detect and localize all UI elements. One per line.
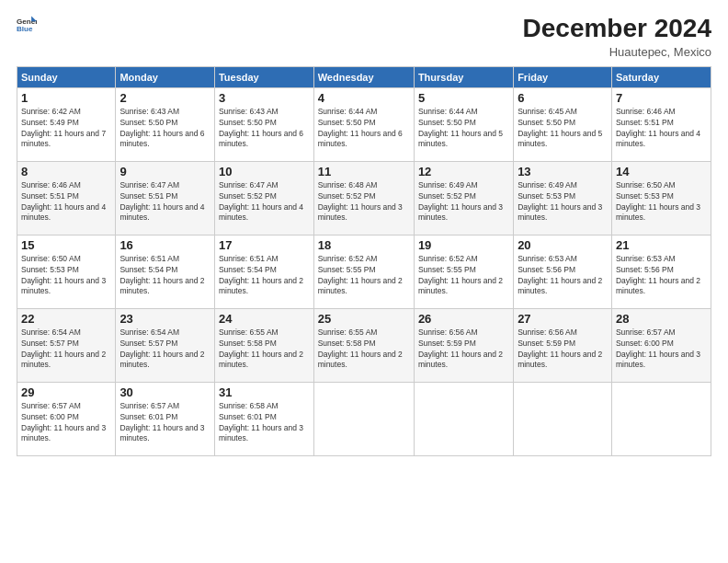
day-info: Sunrise: 6:55 AMSunset: 5:58 PMDaylight:… — [219, 327, 310, 372]
col-sunday: Sunday — [17, 66, 116, 87]
day-info: Sunrise: 6:57 AMSunset: 6:00 PMDaylight:… — [21, 401, 111, 445]
day-number: 15 — [21, 238, 111, 252]
day-info: Sunrise: 6:52 AMSunset: 5:55 PMDaylight:… — [418, 254, 509, 298]
day-info: Sunrise: 6:56 AMSunset: 5:59 PMDaylight:… — [418, 327, 509, 372]
day-info: Sunrise: 6:58 AMSunset: 6:01 PMDaylight:… — [219, 401, 310, 445]
day-number: 7 — [616, 91, 707, 105]
day-number: 30 — [119, 385, 210, 399]
calendar-cell: 13Sunrise: 6:49 AMSunset: 5:53 PMDayligh… — [514, 161, 612, 235]
day-number: 4 — [318, 91, 410, 105]
day-info: Sunrise: 6:47 AMSunset: 5:52 PMDaylight:… — [219, 180, 310, 224]
col-monday: Monday — [116, 66, 215, 87]
header-row: Sunday Monday Tuesday Wednesday Thursday… — [17, 66, 711, 87]
calendar-cell: 14Sunrise: 6:50 AMSunset: 5:53 PMDayligh… — [611, 161, 711, 235]
table-row: 15Sunrise: 6:50 AMSunset: 5:53 PMDayligh… — [17, 235, 711, 308]
calendar-cell — [611, 382, 711, 455]
logo: General Blue — [17, 15, 37, 35]
day-number: 12 — [418, 165, 509, 178]
calendar-cell: 12Sunrise: 6:49 AMSunset: 5:52 PMDayligh… — [414, 161, 513, 235]
day-info: Sunrise: 6:57 AMSunset: 6:00 PMDaylight:… — [616, 327, 707, 372]
calendar-cell: 27Sunrise: 6:56 AMSunset: 5:59 PMDayligh… — [514, 308, 612, 382]
day-info: Sunrise: 6:54 AMSunset: 5:57 PMDaylight:… — [21, 327, 111, 372]
day-number: 22 — [21, 312, 111, 326]
day-number: 16 — [119, 238, 210, 252]
calendar-cell: 15Sunrise: 6:50 AMSunset: 5:53 PMDayligh… — [17, 235, 116, 308]
day-info: Sunrise: 6:56 AMSunset: 5:59 PMDaylight:… — [518, 327, 608, 372]
day-info: Sunrise: 6:53 AMSunset: 5:56 PMDaylight:… — [616, 254, 707, 298]
day-number: 1 — [21, 91, 111, 105]
day-info: Sunrise: 6:47 AMSunset: 5:51 PMDaylight:… — [119, 180, 210, 224]
day-number: 2 — [119, 91, 210, 105]
calendar-cell: 25Sunrise: 6:55 AMSunset: 5:58 PMDayligh… — [313, 308, 414, 382]
calendar-cell: 16Sunrise: 6:51 AMSunset: 5:54 PMDayligh… — [116, 235, 215, 308]
day-info: Sunrise: 6:55 AMSunset: 5:58 PMDaylight:… — [318, 327, 410, 372]
day-info: Sunrise: 6:49 AMSunset: 5:53 PMDaylight:… — [518, 180, 608, 224]
day-number: 18 — [318, 238, 410, 252]
day-info: Sunrise: 6:51 AMSunset: 5:54 PMDaylight:… — [119, 254, 210, 298]
day-number: 26 — [418, 312, 509, 326]
day-number: 23 — [119, 312, 210, 326]
title-block: December 2024 Huautepec, Mexico — [523, 15, 711, 59]
calendar-cell: 11Sunrise: 6:48 AMSunset: 5:52 PMDayligh… — [313, 161, 414, 235]
col-saturday: Saturday — [611, 66, 711, 87]
day-number: 5 — [418, 91, 509, 105]
day-info: Sunrise: 6:46 AMSunset: 5:51 PMDaylight:… — [616, 107, 707, 151]
calendar-cell: 30Sunrise: 6:57 AMSunset: 6:01 PMDayligh… — [116, 382, 215, 455]
day-number: 9 — [119, 165, 210, 178]
col-thursday: Thursday — [414, 66, 513, 87]
calendar-cell: 9Sunrise: 6:47 AMSunset: 5:51 PMDaylight… — [116, 161, 215, 235]
day-info: Sunrise: 6:50 AMSunset: 5:53 PMDaylight:… — [21, 254, 111, 298]
col-tuesday: Tuesday — [214, 66, 313, 87]
day-number: 29 — [21, 385, 111, 399]
day-number: 6 — [518, 91, 608, 105]
day-info: Sunrise: 6:53 AMSunset: 5:56 PMDaylight:… — [518, 254, 608, 298]
calendar-cell: 7Sunrise: 6:46 AMSunset: 5:51 PMDaylight… — [611, 87, 711, 161]
day-info: Sunrise: 6:43 AMSunset: 5:50 PMDaylight:… — [119, 107, 210, 151]
calendar-cell: 20Sunrise: 6:53 AMSunset: 5:56 PMDayligh… — [514, 235, 612, 308]
page: General Blue December 2024 Huautepec, Me… — [0, 0, 728, 563]
calendar-cell — [313, 382, 414, 455]
location: Huautepec, Mexico — [523, 45, 711, 59]
calendar-cell: 24Sunrise: 6:55 AMSunset: 5:58 PMDayligh… — [214, 308, 313, 382]
calendar-cell: 10Sunrise: 6:47 AMSunset: 5:52 PMDayligh… — [214, 161, 313, 235]
day-info: Sunrise: 6:51 AMSunset: 5:54 PMDaylight:… — [219, 254, 310, 298]
col-friday: Friday — [514, 66, 612, 87]
calendar-cell: 18Sunrise: 6:52 AMSunset: 5:55 PMDayligh… — [313, 235, 414, 308]
day-number: 3 — [219, 91, 310, 105]
day-number: 24 — [219, 312, 310, 326]
table-row: 8Sunrise: 6:46 AMSunset: 5:51 PMDaylight… — [17, 161, 711, 235]
day-info: Sunrise: 6:46 AMSunset: 5:51 PMDaylight:… — [21, 180, 111, 224]
day-info: Sunrise: 6:44 AMSunset: 5:50 PMDaylight:… — [318, 107, 410, 151]
calendar-cell: 29Sunrise: 6:57 AMSunset: 6:00 PMDayligh… — [17, 382, 116, 455]
day-number: 20 — [518, 238, 608, 252]
calendar-cell: 17Sunrise: 6:51 AMSunset: 5:54 PMDayligh… — [214, 235, 313, 308]
table-row: 1Sunrise: 6:42 AMSunset: 5:49 PMDaylight… — [17, 87, 711, 161]
day-info: Sunrise: 6:54 AMSunset: 5:57 PMDaylight:… — [119, 327, 210, 372]
month-title: December 2024 — [523, 15, 711, 43]
calendar-cell — [514, 382, 612, 455]
day-number: 11 — [318, 165, 410, 178]
header: General Blue December 2024 Huautepec, Me… — [17, 15, 711, 59]
day-number: 14 — [616, 165, 707, 178]
calendar-cell: 3Sunrise: 6:43 AMSunset: 5:50 PMDaylight… — [214, 87, 313, 161]
day-number: 8 — [21, 165, 111, 178]
calendar-cell: 28Sunrise: 6:57 AMSunset: 6:00 PMDayligh… — [611, 308, 711, 382]
day-info: Sunrise: 6:43 AMSunset: 5:50 PMDaylight:… — [219, 107, 310, 151]
day-number: 13 — [518, 165, 608, 178]
col-wednesday: Wednesday — [313, 66, 414, 87]
calendar-cell — [414, 382, 513, 455]
logo-icon: General Blue — [17, 15, 37, 35]
calendar-cell: 6Sunrise: 6:45 AMSunset: 5:50 PMDaylight… — [514, 87, 612, 161]
calendar-cell: 31Sunrise: 6:58 AMSunset: 6:01 PMDayligh… — [214, 382, 313, 455]
table-row: 29Sunrise: 6:57 AMSunset: 6:00 PMDayligh… — [17, 382, 711, 455]
calendar-cell: 23Sunrise: 6:54 AMSunset: 5:57 PMDayligh… — [116, 308, 215, 382]
calendar-cell: 21Sunrise: 6:53 AMSunset: 5:56 PMDayligh… — [611, 235, 711, 308]
svg-text:Blue: Blue — [17, 25, 33, 33]
day-number: 19 — [418, 238, 509, 252]
calendar-cell: 19Sunrise: 6:52 AMSunset: 5:55 PMDayligh… — [414, 235, 513, 308]
day-number: 27 — [518, 312, 608, 326]
calendar-cell: 5Sunrise: 6:44 AMSunset: 5:50 PMDaylight… — [414, 87, 513, 161]
day-info: Sunrise: 6:57 AMSunset: 6:01 PMDaylight:… — [119, 401, 210, 445]
calendar-cell: 2Sunrise: 6:43 AMSunset: 5:50 PMDaylight… — [116, 87, 215, 161]
calendar-cell: 8Sunrise: 6:46 AMSunset: 5:51 PMDaylight… — [17, 161, 116, 235]
